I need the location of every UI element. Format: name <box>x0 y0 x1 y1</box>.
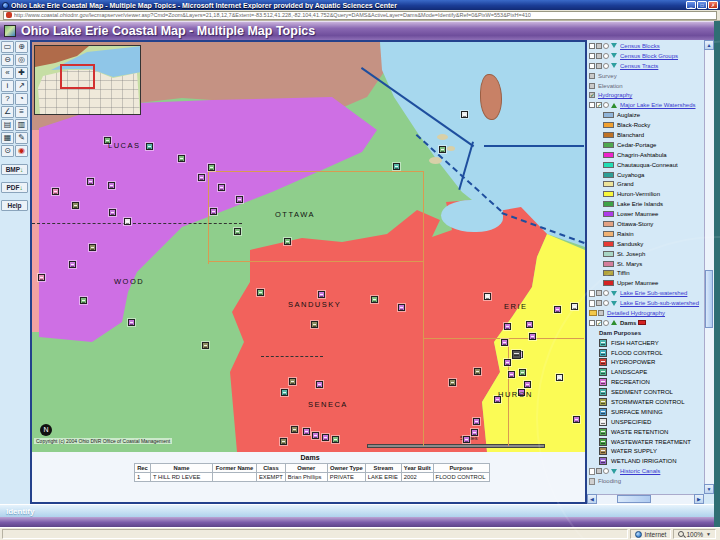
dam-marker[interactable] <box>210 208 217 215</box>
dam-marker[interactable] <box>311 321 318 328</box>
dam-marker[interactable] <box>484 293 491 300</box>
legend-row-elevation[interactable]: Elevation <box>589 81 702 91</box>
dam-marker[interactable] <box>316 381 323 388</box>
buffer-icon[interactable]: ⊙ <box>1 145 14 157</box>
legend-row-sediment-control[interactable]: SEDIMENT CONTROL <box>589 387 702 397</box>
legend-row-flood-control[interactable]: FLOOD CONTROL <box>589 348 702 358</box>
dam-marker[interactable] <box>554 306 561 313</box>
minimize-button[interactable]: _ <box>686 1 696 9</box>
dam-marker[interactable] <box>202 342 209 349</box>
dam-marker[interactable] <box>371 296 378 303</box>
maximize-button[interactable]: □ <box>697 1 707 9</box>
dam-marker[interactable] <box>449 379 456 386</box>
legend-row-major-lake-erie-watersheds[interactable]: ✓Major Lake Erie Watersheds <box>589 100 702 110</box>
dam-marker[interactable] <box>124 218 131 225</box>
dam-marker[interactable] <box>519 369 526 376</box>
window-titlebar[interactable]: Ohio Lake Erie Coastal Map - Multiple Ma… <box>0 0 720 10</box>
legend-row-detailed-hydrography[interactable]: Detailed Hydrography <box>589 308 702 318</box>
legend-row-census-tracts[interactable]: Census Tracts <box>589 61 702 71</box>
identify-icon[interactable]: i <box>1 80 14 92</box>
dam-marker[interactable] <box>178 155 185 162</box>
dam-marker[interactable] <box>87 178 94 185</box>
current-extent-rectangle[interactable] <box>60 64 95 89</box>
legend-vertical-scrollbar[interactable]: ▲ ▼ <box>704 40 714 494</box>
dam-marker[interactable] <box>571 303 578 310</box>
chevron-up-icon[interactable] <box>611 103 617 108</box>
chevron-down-icon[interactable] <box>611 469 617 474</box>
scroll-up-icon[interactable]: ▲ <box>704 40 714 50</box>
legend-row-chautauqua-conneaut[interactable]: Chautauqua-Conneaut <box>589 160 702 170</box>
dam-marker[interactable] <box>508 371 515 378</box>
help-button[interactable]: Help <box>1 200 28 211</box>
chevron-down-icon[interactable] <box>611 291 617 296</box>
dam-marker[interactable] <box>236 196 243 203</box>
select-by-rectangle-icon[interactable]: ▦ <box>1 132 14 144</box>
legend-row-wetland-irrigation[interactable]: WETLAND IRRIGATION <box>589 456 702 466</box>
dam-marker[interactable] <box>529 333 536 340</box>
legend-row-ottawa-stony[interactable]: Ottawa-Stony <box>589 219 702 229</box>
dam-marker[interactable] <box>218 184 225 191</box>
chevron-up-icon[interactable] <box>611 320 617 325</box>
dam-marker[interactable] <box>198 174 205 181</box>
active-layer-radio[interactable] <box>603 300 609 306</box>
dam-marker[interactable] <box>146 143 153 150</box>
chevron-down-icon[interactable] <box>611 53 617 58</box>
dam-marker[interactable] <box>512 350 521 359</box>
visibility-checkbox[interactable] <box>589 320 595 326</box>
pan-icon[interactable]: ✚ <box>15 67 28 79</box>
legend-row-survey[interactable]: Survey <box>589 71 702 81</box>
active-layer-radio[interactable] <box>603 290 609 296</box>
dam-marker[interactable] <box>504 359 511 366</box>
back-extent-icon[interactable]: « <box>1 67 14 79</box>
dam-marker[interactable] <box>474 368 481 375</box>
scrollbar-thumb[interactable] <box>617 495 651 503</box>
active-layer-radio[interactable] <box>603 63 609 69</box>
find-icon[interactable]: ◔ <box>15 93 28 105</box>
legend-checkbox[interactable]: ✓ <box>596 102 602 108</box>
legend-row-wastewater-treatment[interactable]: WASTEWATER TREATMENT <box>589 437 702 447</box>
legend-row-surface-mining[interactable]: SURFACE MINING <box>589 407 702 417</box>
legend-row-auglaize[interactable]: Auglaize <box>589 110 702 120</box>
dam-marker[interactable] <box>89 244 96 251</box>
dam-marker[interactable] <box>332 436 339 443</box>
dam-marker[interactable] <box>526 321 533 328</box>
dam-marker[interactable] <box>72 202 79 209</box>
active-layer-radio[interactable] <box>603 468 609 474</box>
legend-row-raisin[interactable]: Raisin <box>589 229 702 239</box>
legend-row-waste-retention[interactable]: WASTE RETENTION <box>589 427 702 437</box>
dam-marker[interactable] <box>108 182 115 189</box>
legend-row-lower-maumee[interactable]: Lower Maumee <box>589 209 702 219</box>
legend-row-tiffin[interactable]: Tiffin <box>589 268 702 278</box>
dam-marker[interactable] <box>471 429 478 436</box>
legend-row-fish-hatchery[interactable]: FISH HATCHERY <box>589 338 702 348</box>
legend-row-grand[interactable]: Grand <box>589 179 702 189</box>
legend-row-hydropower[interactable]: HYDROPOWER <box>589 358 702 368</box>
active-layer-radio[interactable] <box>603 43 609 49</box>
legend-row-lake-erie-sub-sub-watershed[interactable]: Lake Erie Sub-sub-watershed <box>589 298 702 308</box>
visibility-checkbox[interactable]: ✓ <box>589 92 595 98</box>
legend-row-census-block-groups[interactable]: Census Block Groups <box>589 51 702 61</box>
legend-row-st-joseph[interactable]: St. Joseph <box>589 249 702 259</box>
legend-row-census-blocks[interactable]: Census Blocks <box>589 41 702 51</box>
dam-marker[interactable] <box>573 416 580 423</box>
dam-marker[interactable] <box>556 374 563 381</box>
visibility-checkbox[interactable] <box>589 63 595 69</box>
legend-row-hydrography[interactable]: ✓Hydrography <box>589 90 702 100</box>
active-layer-radio[interactable] <box>603 102 609 108</box>
dam-marker[interactable] <box>473 418 480 425</box>
legend-row-landscape[interactable]: LANDSCAPE <box>589 367 702 377</box>
clear-selection-icon[interactable]: ◉ <box>15 145 28 157</box>
close-button[interactable]: ✗ <box>708 1 718 9</box>
legend-row-upper-maumee[interactable]: Upper Maumee <box>589 278 702 288</box>
scroll-right-icon[interactable]: ▶ <box>694 494 704 504</box>
dam-marker[interactable] <box>38 274 45 281</box>
dam-marker[interactable] <box>322 434 329 441</box>
zoom-out-icon[interactable]: ⊖ <box>1 54 14 66</box>
dam-marker[interactable] <box>257 289 264 296</box>
dam-marker[interactable] <box>312 432 319 439</box>
query-icon[interactable]: ? <box>1 93 14 105</box>
dam-marker[interactable] <box>80 297 87 304</box>
url-input[interactable]: http://www.coastal.ohiodnr.gov/lecmapser… <box>3 11 717 20</box>
page-zoom-control[interactable]: 100% ▼ <box>673 529 716 539</box>
dam-marker[interactable] <box>303 428 310 435</box>
